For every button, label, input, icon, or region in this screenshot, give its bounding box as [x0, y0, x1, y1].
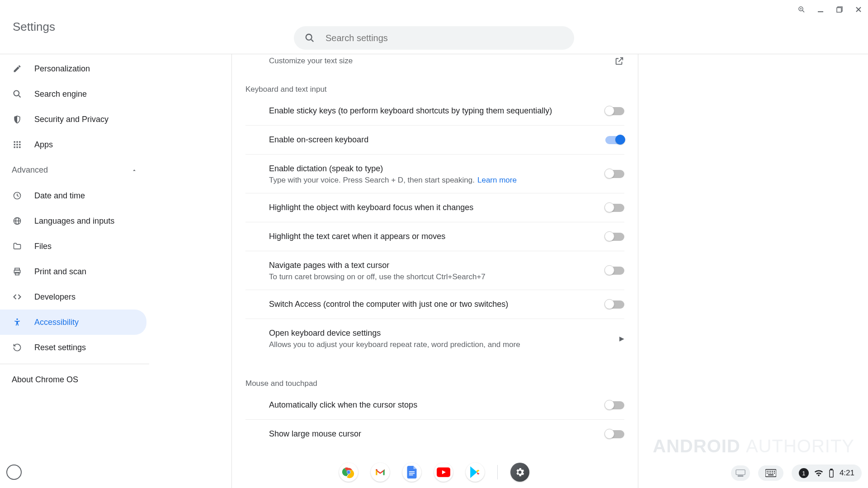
- shield-icon: [12, 114, 23, 125]
- settings-app-icon[interactable]: [510, 463, 529, 482]
- sidebar-item-label: Security and Privacy: [34, 115, 108, 124]
- sidebar-item-label: Search engine: [34, 89, 87, 99]
- svg-rect-47: [770, 473, 771, 474]
- docs-icon[interactable]: [402, 463, 421, 482]
- svg-rect-38: [738, 476, 743, 477]
- chrome-icon[interactable]: [339, 463, 358, 482]
- setting-label: Enable on-screen keyboard: [269, 134, 368, 146]
- chevron-up-icon: [131, 167, 137, 174]
- toggle-onscreen-keyboard[interactable]: [605, 136, 624, 144]
- sidebar-item-search-engine[interactable]: Search engine: [0, 81, 146, 107]
- toggle-sticky-keys[interactable]: [605, 107, 624, 115]
- svg-rect-21: [19, 146, 20, 148]
- gmail-icon[interactable]: [371, 463, 390, 482]
- sidebar-item-print[interactable]: Print and scan: [0, 259, 146, 284]
- sidebar-item-files[interactable]: Files: [0, 234, 146, 259]
- svg-rect-50: [768, 474, 774, 475]
- svg-rect-45: [767, 473, 768, 474]
- sidebar: Personalization Search engine Security a…: [0, 54, 149, 488]
- page-title: Settings: [13, 20, 55, 34]
- sidebar-item-reset[interactable]: Reset settings: [0, 335, 146, 360]
- sidebar-advanced-label: Advanced: [12, 165, 48, 175]
- search-input[interactable]: [326, 33, 563, 43]
- setting-sub: Allows you to adjust your keyboard repea…: [269, 340, 520, 349]
- toggle-highlight-focus[interactable]: [605, 204, 624, 212]
- svg-point-9: [306, 34, 312, 40]
- svg-rect-49: [774, 473, 775, 474]
- sidebar-item-languages[interactable]: Languages and inputs: [0, 208, 146, 234]
- sidebar-item-apps[interactable]: Apps: [0, 132, 146, 157]
- external-link-icon[interactable]: [614, 56, 624, 66]
- clock-icon: [12, 190, 23, 201]
- svg-line-10: [311, 40, 314, 42]
- notification-badge: 1: [799, 468, 809, 478]
- sidebar-item-date-time[interactable]: Date and time: [0, 183, 146, 208]
- search-bar[interactable]: [294, 26, 574, 50]
- toggle-caret-browsing[interactable]: [605, 267, 624, 275]
- svg-rect-17: [16, 144, 18, 145]
- tray-status[interactable]: 1 4:21: [792, 465, 862, 482]
- setting-label: Highlight the object with keyboard focus…: [269, 202, 473, 214]
- sidebar-item-security[interactable]: Security and Privacy: [0, 107, 146, 132]
- sidebar-item-personalization[interactable]: Personalization: [0, 56, 146, 81]
- toggle-large-cursor[interactable]: [605, 430, 624, 438]
- setting-row-text-size[interactable]: Customize your text size: [245, 54, 624, 76]
- close-icon[interactable]: [854, 5, 863, 14]
- shelf: 1 4:21: [0, 456, 868, 488]
- setting-row-caret-browsing: Navigate pages with a text cursor To tur…: [245, 251, 624, 290]
- setting-row-dictation: Enable dictation (speak to type) Type wi…: [245, 155, 624, 193]
- code-icon: [12, 291, 23, 302]
- toggle-dictation[interactable]: [605, 170, 624, 178]
- watermark: ANDROID AUTHORITY: [653, 436, 854, 456]
- sidebar-item-label: Date and time: [34, 191, 85, 201]
- svg-rect-16: [14, 144, 15, 145]
- sidebar-item-about[interactable]: About Chrome OS: [0, 368, 146, 392]
- sidebar-item-developers[interactable]: Developers: [0, 284, 146, 310]
- globe-icon: [12, 216, 23, 226]
- launcher-icon[interactable]: [6, 465, 22, 480]
- section-title-mouse: Mouse and touchpad: [245, 370, 624, 391]
- sidebar-item-label: Apps: [34, 140, 53, 150]
- setting-row-large-cursor: Show large mouse cursor: [245, 420, 624, 448]
- svg-rect-6: [837, 8, 841, 12]
- sidebar-item-label: Print and scan: [34, 267, 86, 277]
- maximize-icon[interactable]: [835, 5, 844, 14]
- tray-time: 4:21: [840, 469, 854, 478]
- tray-keyboard[interactable]: [758, 465, 783, 481]
- grid-icon: [12, 139, 23, 150]
- learn-more-link[interactable]: Learn more: [477, 176, 517, 184]
- svg-rect-18: [19, 144, 20, 145]
- svg-rect-46: [769, 473, 769, 474]
- toggle-highlight-caret[interactable]: [605, 233, 624, 241]
- svg-line-12: [19, 95, 20, 97]
- play-store-icon[interactable]: [466, 463, 485, 482]
- setting-label: Show large mouse cursor: [269, 428, 361, 440]
- sidebar-advanced-toggle[interactable]: Advanced: [0, 157, 149, 183]
- setting-label: Navigate pages with a text cursor: [269, 259, 486, 272]
- setting-sub: To turn caret browsing on or off, use th…: [269, 272, 486, 282]
- svg-rect-34: [409, 473, 414, 474]
- svg-rect-51: [830, 470, 833, 477]
- sidebar-item-label: Reset settings: [34, 343, 86, 352]
- setting-row-highlight-focus: Highlight the object with keyboard focus…: [245, 193, 624, 222]
- svg-line-1: [802, 10, 804, 12]
- svg-rect-42: [770, 471, 771, 472]
- sidebar-item-accessibility[interactable]: Accessibility: [0, 310, 146, 335]
- svg-rect-14: [16, 141, 18, 143]
- youtube-icon[interactable]: [434, 463, 453, 482]
- svg-rect-13: [14, 141, 15, 143]
- svg-rect-20: [16, 146, 18, 148]
- minimize-icon[interactable]: [816, 5, 825, 14]
- toggle-autoclick[interactable]: [605, 401, 624, 409]
- tray-ime[interactable]: [731, 465, 750, 481]
- svg-point-29: [16, 319, 18, 320]
- sidebar-item-label: Developers: [34, 292, 75, 302]
- search-icon: [305, 33, 315, 43]
- setting-row-keyboard-device-settings[interactable]: Open keyboard device settings Allows you…: [245, 319, 624, 357]
- zoom-icon[interactable]: [797, 5, 806, 14]
- printer-icon: [12, 266, 23, 277]
- reset-icon: [12, 342, 23, 353]
- section-title-keyboard: Keyboard and text input: [245, 76, 624, 97]
- toggle-switch-access[interactable]: [605, 300, 624, 309]
- setting-sub: Type with your voice. Press Search + D, …: [269, 176, 517, 185]
